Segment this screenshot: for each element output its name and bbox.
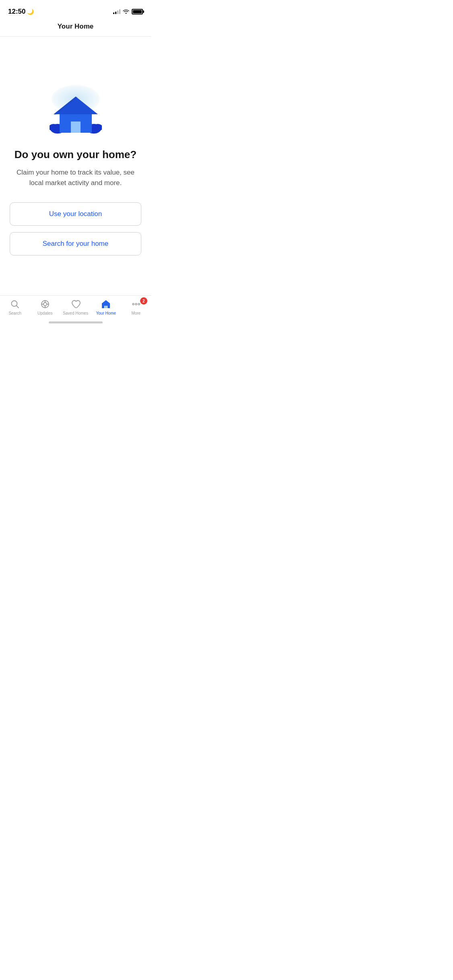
subtext: Claim your home to track its value, see … xyxy=(10,167,141,188)
svg-point-15 xyxy=(138,303,140,305)
nav-item-search[interactable]: Search xyxy=(3,299,27,315)
svg-point-14 xyxy=(135,303,137,305)
use-location-button[interactable]: Use your location xyxy=(10,202,141,226)
nav-item-updates[interactable]: Updates xyxy=(33,299,57,315)
svg-line-9 xyxy=(17,306,19,308)
status-bar: 12:50 🌙 xyxy=(0,0,151,18)
heart-icon xyxy=(70,299,81,309)
buttons-container: Use your location Search for your home xyxy=(10,202,141,262)
main-content: Do you own your home? Claim your home to… xyxy=(0,85,151,262)
nav-search-label: Search xyxy=(8,311,21,315)
nav-item-your-home[interactable]: Your Home xyxy=(94,299,118,315)
search-icon xyxy=(10,299,20,309)
nav-saved-homes-label: Saved Homes xyxy=(63,311,88,315)
more-icon xyxy=(131,299,141,309)
moon-icon: 🌙 xyxy=(27,8,34,15)
svg-rect-6 xyxy=(71,121,81,133)
nav-more-label: More xyxy=(131,311,141,315)
signal-icon xyxy=(113,9,120,14)
nav-your-home-label: Your Home xyxy=(96,311,116,315)
house-illustration xyxy=(48,85,104,137)
wifi-icon xyxy=(123,8,129,15)
updates-icon xyxy=(40,299,50,309)
nav-item-saved-homes[interactable]: Saved Homes xyxy=(63,299,88,315)
status-icons xyxy=(113,8,143,15)
svg-point-11 xyxy=(43,303,47,306)
time-display: 12:50 xyxy=(8,8,25,16)
home-indicator xyxy=(49,321,103,323)
home-icon xyxy=(101,299,111,309)
svg-point-13 xyxy=(132,303,134,305)
battery-icon xyxy=(132,9,143,14)
more-badge: 2 xyxy=(140,297,147,305)
nav-updates-label: Updates xyxy=(37,311,52,315)
nav-item-more[interactable]: 2 More xyxy=(124,299,148,315)
svg-rect-12 xyxy=(105,306,107,308)
status-time: 12:50 🌙 xyxy=(8,8,34,16)
headline: Do you own your home? xyxy=(14,148,137,161)
house-svg xyxy=(50,89,102,137)
search-for-home-button[interactable]: Search for your home xyxy=(10,232,141,255)
svg-marker-5 xyxy=(54,97,98,114)
page-title: Your Home xyxy=(0,18,151,37)
